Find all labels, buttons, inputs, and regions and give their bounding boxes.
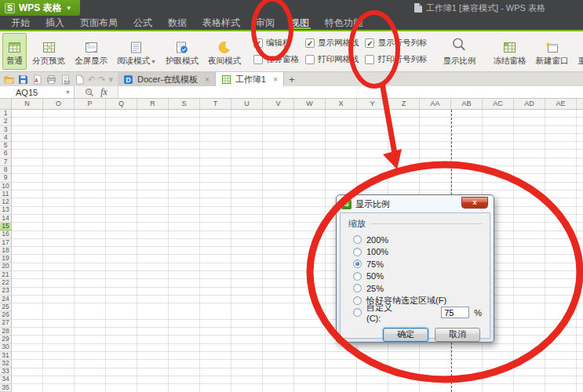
column-header-P[interactable]: P bbox=[75, 99, 106, 109]
checkbox-6[interactable]: 打印行号列标 bbox=[365, 54, 427, 67]
new-tab-button[interactable]: + bbox=[284, 72, 300, 86]
ribbon-button-read-mode[interactable]: 阅读模式▼ bbox=[113, 33, 160, 70]
ribbon-button-new-window[interactable]: 新建窗口 bbox=[531, 33, 572, 70]
checkbox-5[interactable]: ✓显示行号列标 bbox=[365, 37, 427, 49]
radio-icon[interactable] bbox=[353, 284, 362, 292]
column-header-AA[interactable]: AA bbox=[420, 99, 451, 109]
redo-button[interactable]: ↷ bbox=[98, 74, 105, 85]
ribbon-button-eye-protect[interactable]: 护眼模式 bbox=[162, 33, 202, 70]
chevron-down-icon: ▼ bbox=[151, 59, 156, 64]
radio-icon[interactable] bbox=[353, 296, 362, 305]
column-header-N[interactable]: N bbox=[12, 99, 43, 109]
menu-tab-9[interactable]: 特色功能 bbox=[317, 16, 370, 30]
new-document-icon bbox=[75, 74, 85, 85]
radio-icon[interactable] bbox=[353, 248, 362, 256]
more-button[interactable]: ▾ bbox=[108, 74, 113, 85]
column-header-O[interactable]: O bbox=[43, 99, 75, 109]
column-header-AB[interactable]: AB bbox=[451, 99, 483, 109]
name-box[interactable]: AQ15 ▼ bbox=[0, 86, 75, 98]
zoom-option-7: 自定义(C):% bbox=[353, 307, 482, 319]
checkbox-label: 显示网格线 bbox=[318, 38, 359, 49]
ok-button[interactable]: 确定 bbox=[383, 328, 428, 342]
print-preview-button[interactable] bbox=[60, 74, 71, 85]
menu-tab-7[interactable]: 审阅 bbox=[248, 16, 282, 30]
column-header-Q[interactable]: Q bbox=[106, 99, 137, 109]
group-divider bbox=[370, 223, 482, 224]
radio-icon[interactable] bbox=[353, 308, 362, 317]
row-header-35[interactable]: 35 bbox=[0, 384, 11, 392]
column-header-W[interactable]: W bbox=[294, 99, 326, 109]
zoom-option-label: 100% bbox=[366, 247, 388, 256]
normal-view-icon bbox=[8, 41, 21, 54]
ribbon-button-zoom[interactable]: 显示比例 bbox=[435, 33, 483, 70]
radio-icon[interactable] bbox=[353, 272, 362, 281]
menu-tab-2[interactable]: 插入 bbox=[38, 16, 72, 30]
custom-zoom-input[interactable] bbox=[441, 307, 469, 318]
menu-tab-8[interactable]: 视图 bbox=[282, 16, 317, 30]
formula-input[interactable] bbox=[118, 86, 583, 98]
insert-function-button[interactable]: fx bbox=[100, 86, 107, 98]
ribbon-button-page-break-preview[interactable]: 分页预览 bbox=[28, 33, 69, 70]
checkbox-4[interactable]: 打印网格线 bbox=[305, 54, 359, 67]
column-header-AD[interactable]: AD bbox=[514, 99, 545, 109]
menu-tab-4[interactable]: 公式 bbox=[126, 16, 160, 30]
folder-open-icon bbox=[4, 74, 14, 85]
checkbox-1[interactable]: ✓编辑栏 bbox=[253, 37, 299, 49]
ribbon-button-normal-view[interactable]: 普通 bbox=[2, 33, 27, 70]
ribbon-button-full-screen[interactable]: 全屏显示 bbox=[71, 33, 111, 70]
column-header-X[interactable]: X bbox=[326, 99, 357, 109]
svg-text:A: A bbox=[35, 78, 38, 83]
column-header-R[interactable]: R bbox=[137, 99, 169, 109]
name-box-value: AQ15 bbox=[16, 88, 38, 97]
window-title: 工作簿1 [兼容模式] - WPS 表格 bbox=[414, 0, 545, 16]
print-button[interactable] bbox=[46, 74, 56, 85]
new-document-button[interactable] bbox=[74, 74, 85, 85]
zoom-option-label: 25% bbox=[366, 284, 384, 293]
checkbox-3[interactable]: ✓显示网格线 bbox=[305, 37, 359, 49]
ribbon-button-label: 冻结窗格 bbox=[493, 56, 526, 67]
ribbon-button-label: 新建窗口 bbox=[535, 56, 568, 67]
column-header-AE[interactable]: AE bbox=[545, 99, 577, 109]
checkbox-2[interactable]: 任务窗格 bbox=[253, 54, 299, 67]
freeze-panes-icon bbox=[503, 41, 516, 54]
checkbox-label: 任务窗格 bbox=[266, 54, 299, 65]
menu-tab-3[interactable]: 页面布局 bbox=[72, 16, 126, 30]
document-tab-1[interactable]: DDocer-在线模板× bbox=[118, 72, 216, 86]
document-tab-2[interactable]: 工作簿1× bbox=[216, 72, 284, 86]
export-pdf-button[interactable]: A bbox=[31, 74, 42, 85]
name-box-caret-icon[interactable]: ▼ bbox=[65, 89, 71, 95]
select-all-corner[interactable] bbox=[0, 99, 12, 109]
radio-icon[interactable] bbox=[353, 235, 362, 244]
close-tab-icon[interactable]: × bbox=[273, 75, 278, 84]
magnifier-icon[interactable] bbox=[85, 88, 94, 97]
cancel-button[interactable]: 取消 bbox=[435, 328, 480, 342]
column-header-Y[interactable]: Y bbox=[357, 99, 388, 109]
dialog-close-button[interactable]: x bbox=[461, 197, 488, 209]
undo-button[interactable]: ↶ bbox=[88, 74, 95, 85]
menu-tab-5[interactable]: 数据 bbox=[160, 16, 195, 30]
radio-icon[interactable] bbox=[353, 260, 362, 268]
zoom-option-2: 100% bbox=[353, 246, 482, 259]
checkbox-icon: ✓ bbox=[253, 38, 263, 48]
column-header-U[interactable]: U bbox=[231, 99, 263, 109]
zoom-option-label: 自定义(C): bbox=[366, 302, 403, 323]
zoom-option-3: 75% bbox=[353, 258, 482, 270]
wps-dialog-icon: S bbox=[341, 199, 352, 209]
checkbox-label: 编辑栏 bbox=[266, 38, 291, 49]
open-button[interactable] bbox=[3, 74, 14, 85]
close-tab-icon[interactable]: × bbox=[205, 75, 210, 84]
column-header-Z[interactable]: Z bbox=[388, 99, 420, 109]
ribbon-button-freeze-panes[interactable]: 冻结窗格 bbox=[489, 33, 530, 70]
save-button[interactable] bbox=[17, 74, 28, 85]
ribbon-button-arrange-windows[interactable]: 重排窗口▼ bbox=[574, 33, 583, 70]
ribbon-button-night-mode[interactable]: 夜间模式 bbox=[204, 33, 245, 70]
column-header-AC[interactable]: AC bbox=[483, 99, 514, 109]
column-header-S[interactable]: S bbox=[169, 99, 200, 109]
column-header-V[interactable]: V bbox=[263, 99, 294, 109]
spreadsheet-grid[interactable] bbox=[12, 110, 583, 392]
column-header-T[interactable]: T bbox=[200, 99, 231, 109]
save-icon bbox=[18, 74, 28, 85]
menu-tab-6[interactable]: 表格样式 bbox=[195, 16, 248, 30]
wps-app-menu-button[interactable]: S WPS 表格 ▼ bbox=[0, 0, 80, 16]
menu-tab-1[interactable]: 开始 bbox=[3, 16, 38, 30]
